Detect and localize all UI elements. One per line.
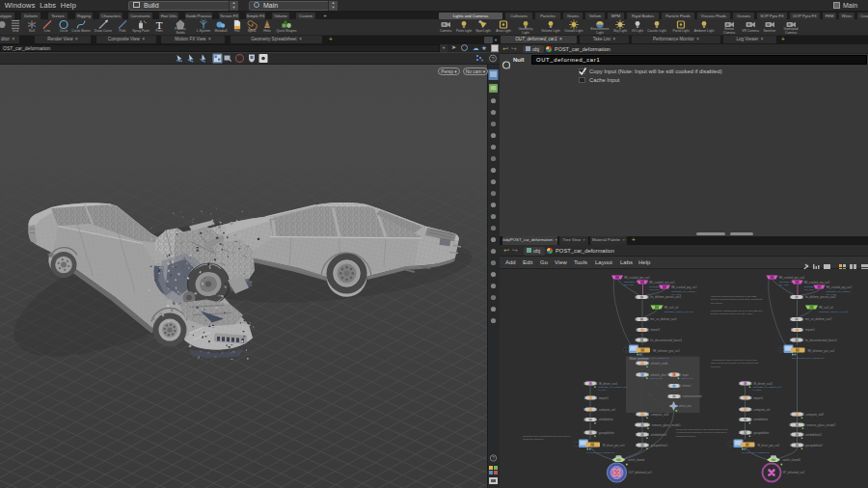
- svg-text:Quick Shapes: Quick Shapes: [276, 28, 296, 32]
- svg-text:Sky Light: Sky Light: [613, 28, 627, 32]
- svg-text:Solids: Solids: [176, 31, 185, 35]
- svg-text:OUT_deformed_car1: OUT_deformed_car1: [629, 471, 653, 474]
- svg-text:import1: import1: [805, 328, 815, 332]
- svg-text:import1: import1: [650, 328, 660, 332]
- svg-text:Spiral: Spiral: [248, 28, 257, 32]
- svg-text:input: input: [682, 373, 689, 377]
- svg-text:attribdelete: attribdelete: [599, 418, 613, 421]
- svg-text:Curve Bezier: Curve Bezier: [71, 28, 91, 32]
- svg-text:impact for efficiency: impact for efficiency: [523, 438, 545, 441]
- svg-text:IB_driver_car2: IB_driver_car2: [753, 382, 773, 386]
- svg-text:L-System: L-System: [197, 28, 210, 32]
- svg-text:er_car1: er_car1: [598, 389, 607, 392]
- svg-text:switch_clamed: switch_clamed: [628, 458, 645, 462]
- svg-text:Caustic Light: Caustic Light: [647, 28, 666, 32]
- svg-text:Camera: Camera: [723, 31, 735, 35]
- svg-text:remove_glass_inside1: remove_glass_inside1: [652, 423, 681, 427]
- svg-text:import1: import1: [753, 396, 763, 400]
- svg-text:import1: import1: [599, 396, 609, 400]
- svg-text:wheel_axle: wheel_axle: [682, 377, 694, 380]
- svg-text:compute_vel: compute_vel: [599, 408, 615, 412]
- svg-text:Camera: Camera: [440, 28, 451, 32]
- svg-text:RI_driver_geo_car2: RI_driver_geo_car2: [758, 444, 780, 447]
- svg-text:RE_deformer_geo_v1/Bigeo.sc: RE_deformer_geo_v1/Bigeo.sc: [792, 357, 825, 360]
- svg-text:fix_deform_pieces_car2: fix_deform_pieces_car2: [805, 295, 836, 299]
- svg-text:RE_crushed_pay_car1: RE_crushed_pay_car1: [671, 285, 697, 289]
- svg-text:wheels_dsrt: wheels_dsrt: [650, 377, 663, 380]
- svg-text:Font: Font: [156, 28, 163, 32]
- svg-text:Spray Paint: Spray Paint: [132, 28, 149, 32]
- svg-text:groupdelete1: groupdelete1: [651, 444, 668, 447]
- svg-text:RE_crashed_geo_car2: RE_crashed_geo_car2: [779, 276, 805, 280]
- svg-text:Draw Curve: Draw Curve: [95, 28, 112, 32]
- svg-text:attribdelete: attribdelete: [753, 418, 768, 421]
- svg-text:are broken.: are broken.: [711, 302, 723, 305]
- svg-text:Helix: Helix: [263, 28, 271, 32]
- svg-text:RI_driver_geo_car1: RI_driver_geo_car1: [603, 444, 625, 447]
- svg-text:geo_car1: geo_car1: [624, 284, 635, 286]
- svg-text:VR Camera: VR Camera: [742, 28, 759, 32]
- svg-text:extract: extract: [682, 384, 691, 388]
- svg-text:wheel_axis: wheel_axis: [679, 404, 692, 408]
- svg-text:RT_deformed_car2: RT_deformed_car2: [783, 471, 805, 474]
- svg-text:van_car1: van_car1: [649, 288, 660, 291]
- svg-text:Camera: Camera: [785, 31, 797, 35]
- svg-text:attribdelete2: attribdelete2: [805, 433, 822, 437]
- svg-text:groupdelete2: groupdelete2: [805, 444, 823, 447]
- svg-text:RE_crashed_van_car2: RE_crashed_van_car2: [804, 281, 830, 285]
- svg-text:RE_deformer_geo_car1: RE_deformer_geo_car1: [653, 349, 680, 353]
- svg-text:fix_deform_pieces_car1: fix_deform_pieces_car1: [650, 295, 681, 299]
- svg-text:wheels_dsrt: wheels_dsrt: [651, 373, 666, 377]
- svg-text:RE_deformer_geo_v1/Bigeo.sc: RE_deformer_geo_v1/Bigeo.sc: [637, 357, 670, 360]
- svg-text:attribdelete1: attribdelete1: [651, 433, 667, 437]
- svg-text:geometry.: geometry.: [711, 366, 721, 368]
- svg-text:Portal Light: Portal Light: [672, 28, 689, 32]
- svg-text:RE_crushed_pay_car2: RE_crushed_pay_car2: [827, 285, 853, 289]
- svg-text:Distant Light: Distant Light: [565, 28, 583, 32]
- svg-text:Grid: Grid: [13, 28, 19, 32]
- svg-text:remove_glass_inside2: remove_glass_inside2: [806, 423, 835, 427]
- svg-text:?: ?: [491, 55, 494, 61]
- svg-text:groupdelete: groupdelete: [753, 431, 769, 435]
- svg-text:Deform is based on the car ind: Deform is based on the car index value: [711, 312, 753, 315]
- svg-text:compute_vel: compute_vel: [753, 408, 770, 412]
- svg-text:RE_crashed_van_car1: RE_crashed_van_car1: [649, 281, 675, 285]
- svg-text:compute_vel2: compute_vel2: [805, 413, 824, 417]
- svg-text:Null: Null: [29, 28, 35, 32]
- svg-text:Point Light: Point Light: [456, 28, 472, 32]
- svg-text:stag/RBD_crash01_ref_car2: stag/RBD_crash01_ref_car2: [819, 311, 849, 313]
- svg-text:Line: Line: [44, 28, 51, 32]
- svg-text:Light: Light: [522, 31, 529, 35]
- svg-text:extractcentroid: extractcentroid: [683, 394, 702, 398]
- svg-text:▼: ▼: [480, 58, 484, 63]
- svg-text:GI Light: GI Light: [632, 28, 643, 32]
- svg-text:Metaball: Metaball: [215, 28, 228, 32]
- svg-text:Light: Light: [596, 31, 603, 35]
- svg-text:transparent object.: transparent object.: [676, 435, 696, 438]
- svg-text:fix_disconnected_faces1: fix_disconnected_faces1: [805, 339, 837, 342]
- svg-text:Path: Path: [120, 28, 126, 32]
- svg-text:RE_car1_ref: RE_car1_ref: [665, 306, 679, 310]
- svg-text:RI_driver_geo_v1/Bigeo.sc: RI_driver_geo_v1/Bigeo.sc: [587, 451, 616, 454]
- svg-text:fix_disconnected_faces1: fix_disconnected_faces1: [650, 339, 682, 342]
- svg-text:RE_deformer_geo_car2: RE_deformer_geo_car2: [808, 349, 835, 353]
- svg-text:Spot Light: Spot Light: [475, 28, 490, 32]
- svg-text:RE_crashed_geo_car1: RE_crashed_geo_car1: [624, 276, 650, 280]
- svg-text:RE_car2_ref: RE_car2_ref: [819, 306, 833, 310]
- svg-text:stag/RBD_crash01_ref_car1: stag/RBD_crash01_ref_car1: [665, 311, 694, 313]
- svg-text:File: File: [234, 28, 240, 32]
- svg-text:me_xz_deform_car2: me_xz_deform_car2: [805, 317, 832, 321]
- svg-text:Volume Light: Volume Light: [541, 28, 560, 32]
- svg-text:?: ?: [492, 456, 495, 461]
- svg-text:IB_driver_car1: IB_driver_car1: [599, 382, 618, 386]
- svg-text:RI_driver_geo_v1/Bigeo.sc: RI_driver_geo_v1/Bigeo.sc: [742, 451, 771, 454]
- svg-text:groupdelete: groupdelete: [599, 431, 614, 435]
- svg-text:Switcher: Switcher: [763, 28, 776, 32]
- svg-text:Circle: Circle: [60, 28, 68, 32]
- svg-text:Area Light: Area Light: [496, 28, 511, 32]
- svg-text:wheels_node: wheels_node: [651, 362, 668, 366]
- svg-text:van_car2: van_car2: [804, 288, 815, 291]
- svg-text:er_car2: er_car2: [753, 389, 762, 392]
- svg-text:me_xz_deform_car1: me_xz_deform_car1: [650, 317, 677, 321]
- svg-text:geo_car2: geo_car2: [779, 284, 790, 286]
